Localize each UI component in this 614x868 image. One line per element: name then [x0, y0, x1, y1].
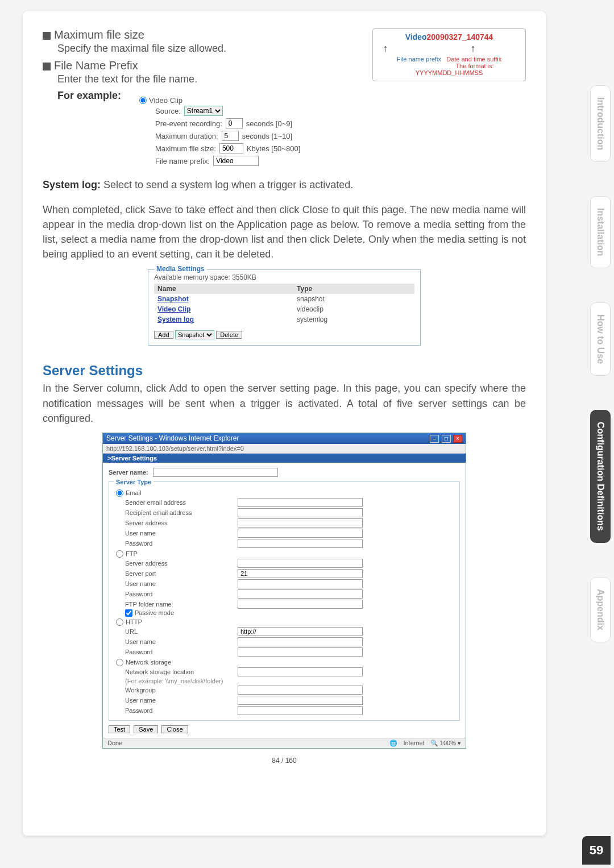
http-pass-label: Password [125, 649, 233, 655]
server-type-legend: Server Type [114, 479, 154, 485]
media-link-systemlog[interactable]: System log [154, 314, 293, 325]
email-sender-label: Sender email address [125, 499, 233, 506]
max-filesize-label: Maximum file size: [155, 144, 216, 153]
http-url-input[interactable] [238, 627, 363, 636]
netstorage-workgroup-input[interactable] [238, 686, 363, 695]
video-clip-radio-label: Video Clip [149, 96, 182, 105]
media-select[interactable]: Snapshot [175, 330, 214, 339]
maximize-icon[interactable]: □ [442, 435, 451, 443]
server-settings-heading: Server Settings [43, 363, 526, 379]
address-bar[interactable]: http://192.168.100.103/setup/server.html… [103, 444, 466, 454]
tab-configuration[interactable]: Configuration Definitions [590, 410, 611, 543]
http-radio-label: HTTP [126, 618, 142, 625]
netstorage-user-input[interactable] [238, 696, 363, 705]
max-duration-label: Maximum duration: [155, 132, 218, 140]
ftp-user-label: User name [125, 580, 233, 587]
http-user-input[interactable] [238, 637, 363, 646]
netstorage-radio-label: Network storage [126, 659, 171, 666]
email-recipient-label: Recipient email address [125, 509, 233, 516]
http-radio[interactable] [116, 618, 123, 626]
col-type-header: Type [293, 284, 414, 294]
email-pass-label: Password [125, 540, 233, 547]
bullet-icon [43, 63, 51, 70]
server-settings-para: In the Server column, click Add to open … [43, 381, 526, 425]
close-button[interactable]: Close [161, 725, 188, 733]
email-radio[interactable] [116, 489, 123, 497]
fileprefix-label: File name prefix: [155, 157, 210, 165]
page-number: 84 / 160 [43, 757, 526, 765]
max-filesize-input[interactable] [219, 143, 243, 153]
email-pass-input[interactable] [238, 539, 363, 548]
page-corner-number: 59 [582, 836, 611, 865]
netstorage-pass-label: Password [125, 707, 233, 714]
pre-event-input[interactable] [226, 118, 243, 128]
netstorage-loc-label: Network storage location [125, 668, 233, 675]
email-sender-input[interactable] [238, 498, 363, 507]
ftp-radio-label: FTP [126, 550, 138, 557]
media-paragraph: When completed, click Save to take effec… [43, 202, 526, 261]
ftp-pass-input[interactable] [238, 589, 363, 599]
close-icon[interactable]: × [453, 435, 462, 443]
netstorage-loc-input[interactable] [238, 667, 363, 676]
tab-installation[interactable]: Installation [590, 196, 611, 268]
prefix-left-label: File name prefix [397, 56, 441, 63]
prefix-right-label1: Date and time suffix [446, 56, 501, 63]
ftp-passive-label: Passive mode [135, 609, 174, 616]
source-select[interactable]: Stream1 [184, 106, 223, 116]
video-clip-settings: Video Clip Source: Stream1 Pre-event rec… [139, 96, 406, 167]
email-server-input[interactable] [238, 518, 363, 528]
media-type: videoclip [293, 304, 414, 314]
up-arrow-icon: ↑ ↑ [381, 43, 517, 55]
email-recipient-input[interactable] [238, 508, 363, 517]
netstorage-example: (For example: \\my_nas\disk\folder) [125, 678, 223, 684]
max-duration-unit: seconds [1~10] [242, 132, 293, 140]
ftp-user-input[interactable] [238, 579, 363, 588]
http-user-label: User name [125, 638, 233, 645]
table-row: System log systemlog [154, 314, 414, 325]
media-link-videoclip[interactable]: Video Clip [154, 304, 293, 314]
prefix-right-label2: The format is: YYYYMMDD_HHMMSS [416, 63, 494, 76]
media-type: snapshot [293, 294, 414, 304]
media-type: systemlog [293, 314, 414, 325]
table-row: Snapshot snapshot [154, 294, 414, 304]
max-duration-input[interactable] [222, 131, 239, 141]
netstorage-radio[interactable] [116, 659, 123, 666]
tab-appendix[interactable]: Appendix [590, 577, 611, 642]
file-name-prefix-desc: Enter the text for the file name. [57, 73, 226, 85]
system-log-label: System log: [43, 179, 101, 190]
email-user-label: User name [125, 530, 233, 537]
max-file-size-title: Maximum file size [54, 28, 144, 41]
max-filesize-unit: Kbytes [50~800] [247, 144, 300, 153]
tab-introduction[interactable]: Introduction [590, 85, 611, 162]
source-label: Source: [155, 107, 181, 115]
tab-how-to-use[interactable]: How to Use [590, 302, 611, 376]
ftp-radio[interactable] [116, 550, 123, 558]
http-pass-input[interactable] [238, 647, 363, 657]
ftp-folder-label: FTP folder name [125, 601, 233, 608]
status-internet: Internet [403, 740, 424, 746]
server-name-input[interactable] [153, 468, 278, 477]
section-bar: >Server Settings [103, 454, 466, 463]
ftp-folder-input[interactable] [238, 600, 363, 609]
ftp-port-input[interactable] [238, 569, 363, 578]
email-user-input[interactable] [238, 529, 363, 538]
test-button[interactable]: Test [109, 725, 130, 733]
delete-button[interactable]: Delete [216, 331, 242, 339]
video-clip-radio[interactable] [139, 97, 147, 104]
status-zoom: 100% [440, 740, 456, 746]
media-settings-box: Media Settings Available memory space: 3… [148, 269, 421, 346]
minimize-icon[interactable]: – [430, 435, 439, 443]
media-settings-legend: Media Settings [154, 265, 207, 273]
server-name-label: Server name: [109, 469, 148, 476]
ftp-server-input[interactable] [238, 559, 363, 568]
save-button[interactable]: Save [134, 725, 158, 733]
media-link-snapshot[interactable]: Snapshot [154, 294, 293, 304]
window-title: Server Settings - Windows Internet Explo… [106, 434, 239, 442]
ftp-pass-label: Password [125, 591, 233, 597]
netstorage-pass-input[interactable] [238, 706, 363, 715]
ftp-passive-checkbox[interactable] [125, 609, 132, 617]
netstorage-workgroup-label: Workgroup [125, 687, 233, 693]
prefix-example-box: Video20090327_140744 ↑ ↑ File name prefi… [372, 28, 526, 81]
fileprefix-input[interactable] [213, 156, 259, 166]
add-button[interactable]: Add [154, 331, 173, 339]
